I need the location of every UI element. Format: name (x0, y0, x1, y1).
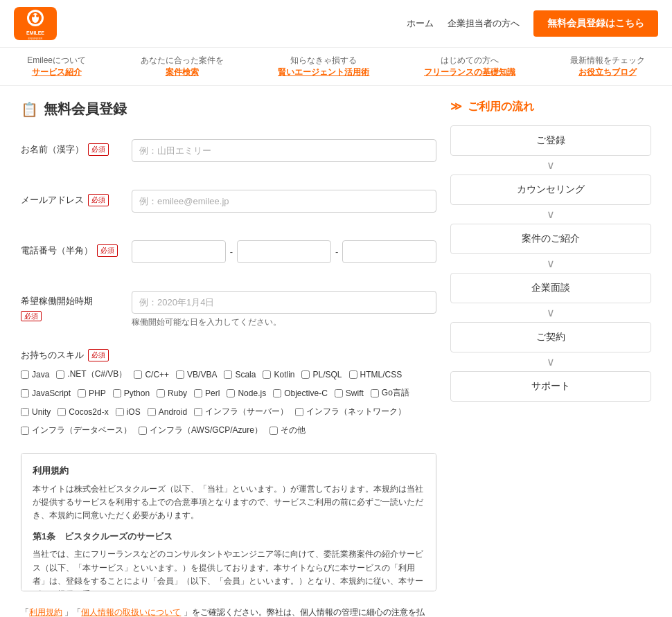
phone-part2[interactable] (237, 240, 331, 263)
phone-required-badge: 必須 (97, 244, 118, 257)
skill-checkbox-15[interactable] (335, 389, 343, 397)
sub-nav-item-service: Emileeについて サービス紹介 (27, 55, 86, 78)
skill-checkbox-6[interactable] (301, 370, 310, 379)
name-label: お名前（漢字） 必須 (21, 139, 132, 156)
name-input[interactable] (132, 139, 436, 162)
start-date-input[interactable] (132, 291, 436, 314)
home-link[interactable]: ホーム (407, 17, 434, 30)
page-title-bar: 📋 無料会員登録 (21, 100, 436, 118)
skill-checkbox-14[interactable] (273, 389, 281, 397)
logo-area: EMILEE ENGINEER (14, 7, 57, 40)
skills-label-row: お持ちのスキル 必須 (21, 349, 436, 361)
skill-checkbox-13[interactable] (227, 389, 235, 397)
skill-label-1: .NET（C#/VB） (67, 368, 127, 380)
sub-nav-top-4: はじめての方へ (424, 55, 515, 66)
agreement-text: 「利用規約 」「個人情報の取扱いについて 」をご確認ください。弊社は、個人情報の… (21, 605, 436, 617)
skills-label: お持ちのスキル (21, 349, 84, 361)
flow-step-2: 案件のご紹介 (450, 224, 651, 254)
skill-label-23: インフラ（データベース） (32, 424, 132, 436)
terms-link[interactable]: 利用規約 (29, 607, 62, 617)
skill-checkbox-3[interactable] (176, 370, 184, 379)
sub-nav-link-5[interactable]: お役立ちブログ (578, 67, 637, 77)
skill-checkbox-21[interactable] (194, 408, 202, 416)
skill-checkbox-0[interactable] (21, 370, 29, 379)
flow-step-4: ご契約 (450, 322, 651, 352)
sub-nav-item-basics: はじめての方へ フリーランスの基礎知識 (424, 55, 515, 78)
skill-label-25: その他 (281, 424, 306, 436)
flow-steps: ご登録∨カウンセリング∨案件のご紹介∨企業面談∨ご契約∨サポート (450, 125, 651, 402)
skill-item-10: Python (113, 387, 150, 399)
sub-nav-link-1[interactable]: サービス紹介 (32, 67, 82, 77)
skill-label-24: インフラ（AWS/GCP/Azure） (150, 424, 263, 436)
skill-label-2: C/C++ (145, 370, 169, 379)
skill-checkbox-25[interactable] (269, 427, 278, 435)
phone-separator-2: - (335, 247, 338, 257)
header-register-button[interactable]: 無料会員登録はこちら (533, 10, 658, 37)
skill-checkbox-11[interactable] (157, 389, 165, 397)
corporate-link[interactable]: 企業担当者の方へ (448, 17, 520, 30)
skill-label-19: iOS (127, 407, 141, 417)
skill-checkbox-23[interactable] (21, 427, 29, 435)
skill-checkbox-7[interactable] (349, 370, 357, 379)
skill-item-15: Swift (335, 387, 364, 399)
phone-part1[interactable] (132, 240, 226, 263)
skill-item-3: VB/VBA (176, 368, 217, 380)
skill-checkbox-5[interactable] (263, 370, 271, 379)
skill-checkbox-10[interactable] (113, 389, 121, 397)
skill-checkbox-8[interactable] (21, 389, 29, 397)
sub-nav-link-4[interactable]: フリーランスの基礎知識 (424, 67, 515, 77)
phone-part3[interactable] (342, 240, 436, 263)
sub-nav-item-search: あなたに合った案件を 案件検索 (141, 55, 224, 78)
sidebar: ≫ ご利用の流れ ご登録∨カウンセリング∨案件のご紹介∨企業面談∨ご契約∨サポー… (450, 100, 651, 617)
skill-checkbox-16[interactable] (371, 389, 379, 397)
skill-label-14: Objective-C (284, 388, 328, 398)
skill-checkbox-9[interactable] (78, 389, 86, 397)
skill-label-7: HTML/CSS (360, 370, 403, 379)
skill-checkbox-19[interactable] (116, 408, 124, 416)
start-date-label: 希望稼働開始時期 (21, 295, 93, 307)
sub-nav-link-3[interactable]: 賢いエージェント活用術 (278, 67, 369, 77)
skill-checkbox-24[interactable] (139, 427, 147, 435)
skill-item-13: Node.js (227, 387, 266, 399)
skill-label-13: Node.js (238, 388, 266, 398)
svg-point-5 (36, 15, 39, 17)
skill-checkbox-17[interactable] (21, 408, 29, 416)
flow-step-1: カウンセリング (450, 175, 651, 205)
terms-box[interactable]: 利用規約 本サイトは株式会社ビスタクルーズ（以下、「当社」といいます。）が運営し… (21, 453, 436, 591)
skill-label-11: Ruby (168, 388, 187, 398)
phone-fields: - - (132, 240, 436, 263)
flow-arrow-0: ∨ (450, 159, 651, 172)
name-group: お名前（漢字） 必須 (21, 132, 436, 169)
skill-item-16: Go言語 (371, 387, 409, 399)
start-date-group: 希望稼働開始時期 必須 稼働開始可能な日を入力してください。 (21, 284, 436, 335)
skill-label-0: Java (32, 370, 49, 379)
skill-item-19: iOS (116, 406, 141, 418)
skill-checkbox-22[interactable] (295, 408, 303, 416)
skill-label-4: Scala (235, 370, 256, 379)
skill-checkbox-1[interactable] (56, 370, 64, 379)
skill-checkbox-12[interactable] (194, 389, 202, 397)
start-date-label-wrapper: 希望稼働開始時期 必須 (21, 291, 132, 321)
start-date-required-badge: 必須 (21, 311, 42, 321)
email-input[interactable] (132, 190, 436, 213)
sub-nav-link-2[interactable]: 案件検索 (166, 67, 199, 77)
skill-checkbox-4[interactable] (224, 370, 232, 379)
privacy-link[interactable]: 個人情報の取扱いについて (81, 607, 181, 617)
skill-item-17: Unity (21, 406, 51, 418)
skill-label-6: PL/SQL (312, 370, 342, 379)
skill-item-24: インフラ（AWS/GCP/Azure） (139, 424, 263, 436)
email-input-wrapper (132, 190, 436, 213)
skill-checkbox-2[interactable] (134, 370, 142, 379)
flow-arrow-2: ∨ (450, 257, 651, 270)
skill-checkbox-20[interactable] (148, 408, 156, 416)
skill-checkbox-18[interactable] (58, 408, 66, 416)
skill-label-17: Unity (32, 407, 51, 417)
terms-title: 利用規約 (33, 465, 425, 477)
skill-label-3: VB/VBA (187, 370, 217, 379)
skill-label-9: PHP (89, 388, 106, 398)
phone-label: 電話番号（半角） 必須 (21, 240, 132, 257)
skill-label-10: Python (124, 388, 150, 398)
skill-item-21: インフラ（サーバー） (194, 406, 288, 418)
flow-step-5: サポート (450, 371, 651, 402)
email-label: メールアドレス 必須 (21, 190, 132, 206)
